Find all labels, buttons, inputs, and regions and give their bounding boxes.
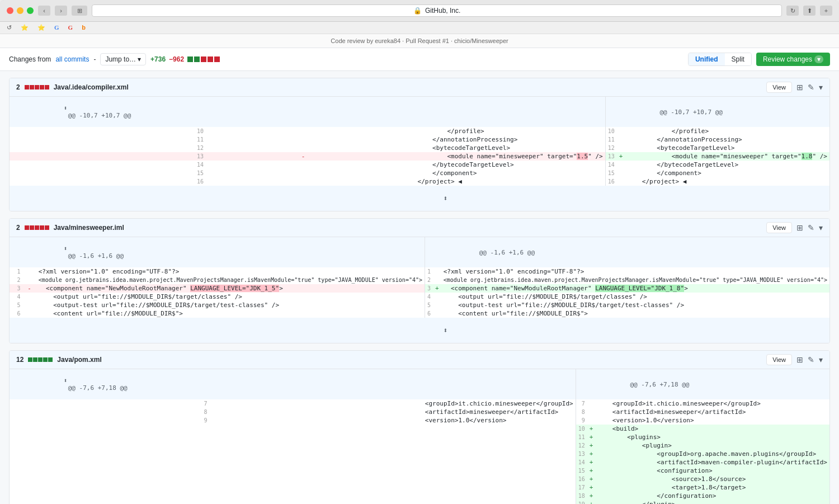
table-row: 5 <output-test url="file://$MODULE_DIR$/…: [10, 301, 829, 309]
line-code: <source>1.8</source>: [595, 475, 829, 483]
line-sign: -: [23, 284, 36, 293]
line-code: <artifactId>minesweeper</artifactId>: [408, 408, 576, 416]
table-row: 8 <artifactId>minesweeper</artifactId> 8…: [10, 408, 829, 416]
line-sign: [433, 267, 441, 276]
expand-bottom-icon-2[interactable]: ⬍: [443, 326, 447, 335]
line-num: 8: [10, 408, 210, 416]
diff-header-compiler-xml: 2 Java/.idea/compiler.xml View ⊞ ✎ ▾: [10, 78, 829, 97]
view-file-btn-1[interactable]: View: [766, 82, 792, 93]
line-num: 14: [605, 161, 617, 169]
diff-table-2: ⬍ @@ -1,6 +1,6 @@ @@ -1,6 +1,6 @@ 1 <?xm…: [10, 237, 829, 343]
line-code: </annotationProcessing>: [400, 135, 605, 144]
line-code: <module org.jetbrains.idea.maven.project…: [441, 276, 829, 284]
view-file-btn-2[interactable]: View: [766, 222, 792, 233]
line-sign: [433, 301, 441, 309]
maximize-button[interactable]: [27, 7, 34, 14]
bookmark-g1[interactable]: G: [54, 24, 59, 31]
diff-filename-3: Java/pom.xml: [57, 356, 101, 364]
line-sign: [433, 293, 441, 301]
line-code: <plugins>: [595, 433, 829, 441]
jump-to-button[interactable]: Jump to… ▾: [100, 53, 146, 65]
comment-icon-3[interactable]: ⊞: [796, 355, 803, 364]
bookmark-1[interactable]: ↺: [7, 24, 12, 31]
diff-sq-r3: [35, 85, 39, 90]
edit-icon-2[interactable]: ✎: [808, 223, 814, 232]
line-sign: +: [587, 483, 596, 492]
new-tab-button[interactable]: +: [820, 6, 832, 16]
line-code: </profile>: [625, 127, 829, 135]
bookmark-3[interactable]: ⭐: [37, 24, 45, 31]
diff-mini-squares-3: [28, 357, 53, 362]
expand-icon-1[interactable]: ▾: [819, 83, 823, 92]
toolbar: Changes from all commits - Jump to… ▾ +7…: [0, 48, 839, 71]
diff-sq3-g3: [38, 357, 43, 362]
line-sign: [617, 161, 625, 169]
line-sign: [206, 144, 400, 152]
line-code: <module org.jetbrains.idea.maven.project…: [36, 276, 425, 284]
diff-sq-r4: [40, 85, 44, 90]
minimize-button[interactable]: [17, 7, 23, 14]
expand-icon-3[interactable]: ▾: [819, 355, 823, 364]
line-num: 11: [10, 135, 206, 144]
expand-btn-left-3[interactable]: ⬍: [64, 377, 68, 384]
table-row: 1 <?xml version="1.0" encoding="UTF-8"?>…: [10, 267, 829, 276]
comment-icon-2[interactable]: ⊞: [796, 223, 803, 232]
refresh-button[interactable]: ↻: [786, 6, 799, 16]
line-num: 11: [576, 433, 587, 441]
line-sign: +: [587, 492, 596, 500]
line-code: [408, 450, 576, 458]
diff-stats: +736 −962: [150, 55, 220, 63]
line-sign: [210, 425, 408, 433]
unified-view-button[interactable]: Unified: [689, 53, 725, 65]
hunk-header-row-1: ⬍ @@ -10,7 +10,7 @@ @@ -10,7 +10,7 @@: [10, 97, 829, 127]
edit-icon-1[interactable]: ✎: [808, 83, 814, 92]
line-num: [10, 458, 210, 467]
line-sign: +: [587, 441, 596, 450]
diff-sq3-g4: [43, 357, 48, 362]
line-sign: [206, 169, 400, 177]
expand-btn-left-2[interactable]: ⬍: [64, 245, 68, 252]
line-sign: [210, 408, 408, 416]
share-button[interactable]: ⬆: [803, 6, 816, 16]
comment-icon-1[interactable]: ⊞: [796, 83, 803, 92]
address-bar[interactable]: 🔒 GitHub, Inc.: [92, 4, 782, 17]
line-code: <output-test url="file://$MODULE_DIR$/ta…: [441, 301, 829, 309]
expand-bottom-icon-1[interactable]: ⬍: [443, 194, 447, 202]
line-num: 3: [425, 284, 433, 293]
forward-button[interactable]: ›: [55, 6, 67, 16]
back-button[interactable]: ‹: [38, 6, 50, 16]
line-code: <build>: [595, 425, 829, 433]
line-num: 19: [576, 500, 587, 504]
edit-icon-3[interactable]: ✎: [808, 355, 814, 364]
bookmark-g2[interactable]: G: [68, 24, 73, 31]
line-code: [408, 458, 576, 467]
line-code: </project> ◀: [400, 177, 605, 186]
line-num: 11: [605, 135, 617, 144]
table-row: 12 + <plugin>: [10, 441, 829, 450]
split-view-button[interactable]: Split: [725, 53, 751, 65]
review-changes-button[interactable]: Review changes ▾: [756, 53, 830, 66]
line-num: 4: [10, 293, 23, 301]
line-sign: [617, 169, 625, 177]
close-button[interactable]: [7, 7, 13, 14]
stat-block-4: [208, 56, 213, 62]
line-code: <?xml version="1.0" encoding="UTF-8"?>: [36, 267, 425, 276]
view-file-btn-3[interactable]: View: [766, 354, 792, 365]
line-num: 12: [605, 144, 617, 152]
bookmark-2[interactable]: ⭐: [21, 24, 29, 31]
line-code: </annotationProcessing>: [625, 135, 829, 144]
diff-sq3-g5: [48, 357, 53, 362]
diff-block-compiler-xml: 2 Java/.idea/compiler.xml View ⊞ ✎ ▾: [9, 78, 830, 211]
expand-btn-left-1[interactable]: ⬍: [64, 105, 68, 112]
expand-icon-2[interactable]: ▾: [819, 223, 823, 232]
all-commits-link[interactable]: all commits: [55, 55, 89, 63]
bookmark-b[interactable]: b: [82, 24, 86, 31]
reader-view-button[interactable]: ⊞: [72, 6, 87, 16]
line-sign: [23, 276, 36, 284]
table-row: 16 + <source>1.8</source>: [10, 475, 829, 483]
jump-to-label: Jump to…: [105, 55, 136, 63]
line-num: 15: [576, 467, 587, 475]
table-row: 14 + <artifactId>maven-compiler-plugin</…: [10, 458, 829, 467]
line-num: [10, 441, 210, 450]
view-toggle: Unified Split: [688, 53, 752, 66]
